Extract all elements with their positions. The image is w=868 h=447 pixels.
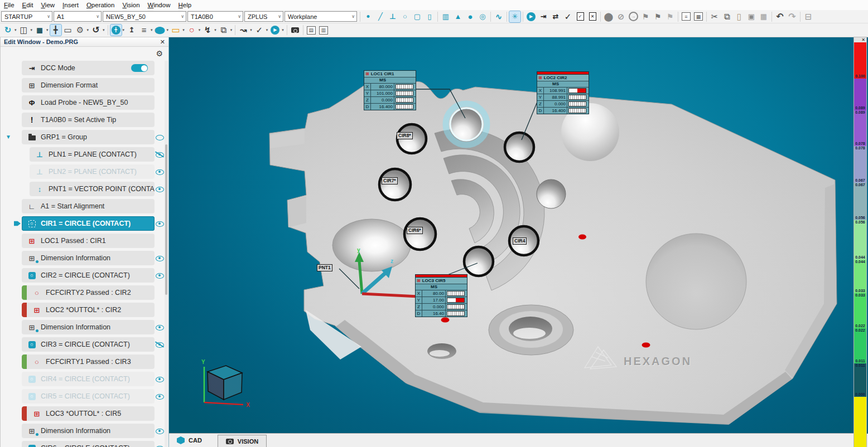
- eye-icon[interactable]: [156, 169, 164, 175]
- menu-operation[interactable]: Operation: [83, 1, 119, 9]
- report-template-icon[interactable]: ▦: [693, 11, 704, 22]
- menu-view[interactable]: View: [37, 1, 59, 9]
- menu-help[interactable]: Help: [174, 1, 195, 9]
- sidebar-scrollbar[interactable]: [165, 61, 168, 447]
- solid-view-icon[interactable]: ◼: [34, 25, 45, 36]
- path-settings-dropdown-caret[interactable]: ▾: [250, 28, 252, 32]
- dimension-table-loc3-cir5[interactable]: ⊞LOC3 CIR5MSX80.00Y17.00Z0.000D16.40: [415, 274, 467, 317]
- paste-icon[interactable]: ▯: [734, 11, 745, 22]
- paste-special-icon[interactable]: ▣: [746, 11, 757, 22]
- command-pill[interactable]: ⊥PLN2 = PLANE (CONTACT): [30, 164, 155, 179]
- circle-select-dropdown-caret[interactable]: ▾: [199, 28, 201, 32]
- cylinder-icon[interactable]: ▥: [440, 11, 451, 22]
- redo-icon[interactable]: ↷: [787, 11, 798, 22]
- command-pill[interactable]: ΦLoad Probe - NEW5_BY_50: [22, 95, 155, 110]
- navigation-pad-icon[interactable]: ╋: [110, 25, 122, 36]
- eye-icon[interactable]: [156, 187, 164, 192]
- command-pill[interactable]: ○FCFCIRTY1 Passed : CIR3: [22, 354, 155, 369]
- clipboard-icon[interactable]: ▦: [758, 11, 769, 22]
- graph-window-icon[interactable]: ▥: [318, 25, 329, 36]
- stop-icon[interactable]: ⬤: [603, 11, 614, 22]
- annotation-icon[interactable]: ▭: [62, 25, 74, 36]
- continue-icon[interactable]: →: [628, 11, 639, 22]
- command-pill[interactable]: ⇥DCC Mode: [22, 61, 155, 75]
- eye-off-icon[interactable]: [156, 342, 164, 348]
- eye-icon[interactable]: [156, 273, 164, 279]
- round-slot-icon[interactable]: ▢: [412, 11, 423, 22]
- menu-edit[interactable]: Edit: [18, 1, 37, 9]
- stop-disabled-icon[interactable]: ⊘: [615, 11, 626, 22]
- cut-icon[interactable]: ✂: [709, 11, 720, 22]
- command-pill[interactable]: ○CIR6 = CIRCLE (CONTACT): [22, 441, 155, 447]
- cone-icon[interactable]: ▲: [452, 11, 464, 22]
- tab-cad[interactable]: CAD: [169, 434, 210, 447]
- duplicate-pages-dropdown-caret[interactable]: ▾: [230, 28, 233, 32]
- execute-loop-icon[interactable]: ⇄: [550, 11, 561, 22]
- command-pill[interactable]: ⊞LOC1 Passed : CIR1: [22, 234, 155, 248]
- command-pill[interactable]: ○CIR5 = CIRCLE (CONTACT): [22, 389, 155, 404]
- point-icon[interactable]: •: [363, 11, 374, 22]
- cad-viewport[interactable]: y z x Y X HEXAGON HEXAGON CIR8*CIR7*CIR6: [169, 37, 868, 434]
- workplane-select[interactable]: Workplane∨: [284, 11, 357, 22]
- menu-vision[interactable]: Vision: [118, 1, 143, 9]
- view-orientation-dropdown-caret[interactable]: ▾: [15, 28, 17, 32]
- rectangle-select-icon[interactable]: ▭: [170, 25, 181, 36]
- circle-icon[interactable]: ○: [399, 11, 411, 22]
- report-window-icon[interactable]: ▤: [306, 25, 317, 36]
- path-settings-icon[interactable]: ↝: [238, 25, 249, 36]
- dcc-mode-toggle[interactable]: [131, 64, 148, 72]
- feature-tag-cir8[interactable]: CIR8*: [397, 132, 413, 139]
- report-view-icon[interactable]: ≡: [681, 11, 692, 22]
- dimension-table-loc2-cir2[interactable]: ⊞LOC2 CIR2MSX108.991Y88.991Z0.000D16.400: [537, 71, 589, 114]
- command-pill[interactable]: ○CIR2 = CIRCLE (CONTACT): [22, 268, 155, 283]
- pointer-flash-dropdown-caret[interactable]: ▾: [214, 28, 216, 32]
- tab-vision[interactable]: VISION: [218, 435, 267, 447]
- command-pill[interactable]: ⊞LOC2 *OUTTOL* : CIR2: [22, 303, 155, 317]
- view-cube[interactable]: Y X: [201, 359, 250, 408]
- rotate-icon[interactable]: ↺: [90, 25, 102, 36]
- command-pill[interactable]: ∟A1 = Start Alignment: [22, 199, 155, 213]
- sphere-icon[interactable]: ●: [465, 11, 476, 22]
- print-icon[interactable]: ⊟: [803, 11, 814, 22]
- wireframe-view-icon[interactable]: ◫: [18, 25, 30, 36]
- command-pill[interactable]: ○CIR1 = CIRCLE (CONTACT): [22, 216, 155, 231]
- menu-insert[interactable]: Insert: [59, 1, 83, 9]
- copy-icon[interactable]: ⧉: [721, 11, 732, 22]
- navigation-pad-dropdown-caret[interactable]: ▾: [123, 28, 125, 32]
- feature-tag-pnt1[interactable]: PNT1: [317, 264, 332, 271]
- feature-list-dropdown-caret[interactable]: ▾: [151, 28, 153, 32]
- confirm-dropdown-caret[interactable]: ▾: [266, 28, 268, 32]
- circle-select-icon[interactable]: ○: [186, 25, 197, 36]
- command-pill[interactable]: ○CIR3 = CIRCLE (CONTACT): [22, 337, 155, 352]
- settings-gears-icon[interactable]: ⚙: [75, 25, 86, 36]
- marker-pin-icon[interactable]: ⚑: [652, 11, 663, 22]
- feature-list-icon[interactable]: ≡: [138, 25, 150, 36]
- duplicate-pages-icon[interactable]: ⧉: [218, 25, 229, 36]
- feature-tag-cir6[interactable]: CIR6*: [407, 227, 423, 234]
- curve-icon[interactable]: ∿: [493, 11, 504, 22]
- square-slot-icon[interactable]: ▯: [424, 11, 435, 22]
- command-pill[interactable]: ⊞LOC3 *OUTTOL* : CIR5: [22, 406, 155, 421]
- pointer-flash-icon[interactable]: ↯: [202, 25, 213, 36]
- probe-select[interactable]: NEW5_BY_50∨: [103, 11, 186, 22]
- probe-vector-icon[interactable]: ↥: [126, 25, 137, 36]
- lens-icon[interactable]: ⬤: [155, 25, 166, 36]
- execute-step-icon[interactable]: ⇥: [538, 11, 549, 22]
- tip-select[interactable]: T1A0B0∨: [187, 11, 243, 22]
- undo-icon[interactable]: ↶: [774, 11, 785, 22]
- eye-icon[interactable]: [156, 325, 164, 331]
- marker-clear-icon[interactable]: ⚑: [664, 11, 676, 22]
- scrollbar-thumb[interactable]: [165, 144, 167, 295]
- dimension-table-loc1-cir1[interactable]: ⊞LOC1 CIR1MSX80.000Y101.000Z0.000D16.400: [364, 70, 416, 110]
- command-pill[interactable]: ↕PNT1 = VECTOR POINT (CONTACT): [30, 182, 155, 196]
- close-icon[interactable]: ✕: [160, 38, 165, 46]
- report-pass-icon[interactable]: ✓: [575, 11, 586, 22]
- axes-select[interactable]: A1∨: [54, 11, 102, 22]
- camera-icon[interactable]: [290, 25, 301, 36]
- pan-icon[interactable]: ╋: [50, 25, 61, 36]
- eye-icon[interactable]: [156, 377, 164, 382]
- rotate-dropdown-caret[interactable]: ▾: [103, 28, 105, 32]
- menu-file[interactable]: File: [0, 1, 18, 9]
- chevron-down-icon[interactable]: ▼: [6, 134, 11, 140]
- command-pill[interactable]: ⊞Dimension Information: [22, 320, 155, 334]
